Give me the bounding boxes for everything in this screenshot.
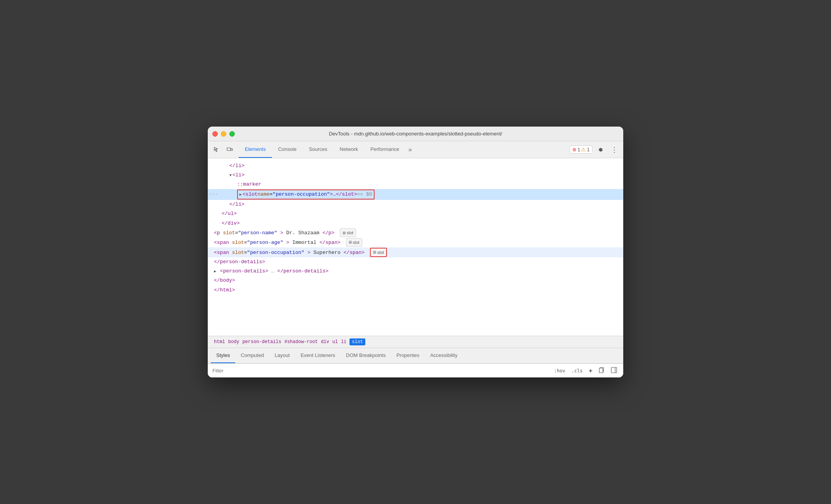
error-icon: ⊗ — [572, 147, 577, 152]
slot-badge-highlighted[interactable]: ⊞slot — [370, 248, 387, 257]
tab-sources[interactable]: Sources — [303, 141, 334, 158]
tab-styles[interactable]: Styles — [211, 348, 235, 363]
warning-icon: ⚠ — [581, 147, 586, 152]
filter-bar: :hov .cls + — [208, 364, 623, 377]
close-button[interactable] — [212, 131, 218, 137]
tab-console[interactable]: Console — [272, 141, 303, 158]
tab-event-listeners[interactable]: Event Listeners — [295, 348, 341, 363]
tab-network[interactable]: Network — [334, 141, 365, 158]
breadcrumb-div[interactable]: div — [321, 339, 329, 345]
highlighted-dom-line: <span slot="person-occupation" > Superhe… — [208, 247, 623, 258]
tab-elements[interactable]: Elements — [239, 141, 272, 158]
tab-dom-breakpoints[interactable]: DOM Breakpoints — [341, 348, 391, 363]
dom-line: ▶ <person-details> … </person-details> — [208, 267, 623, 276]
devtools-main: </li> ▼<li> ::marker ··· ▶ — [208, 158, 623, 377]
svg-rect-1 — [231, 149, 232, 151]
devtools-window: DevTools - mdn.github.io/web-components-… — [208, 127, 623, 377]
settings-button[interactable] — [595, 144, 606, 156]
dom-panel: </li> ▼<li> ::marker ··· ▶ — [208, 158, 623, 336]
window-title: DevTools - mdn.github.io/web-components-… — [329, 131, 502, 137]
tab-accessibility[interactable]: Accessibility — [425, 348, 463, 363]
dom-line: </div> — [208, 219, 623, 228]
hov-button[interactable]: :hov — [553, 367, 567, 374]
breadcrumb-body[interactable]: body — [228, 339, 239, 345]
breadcrumb-ul[interactable]: ul — [332, 339, 337, 345]
toolbar-icons — [211, 144, 236, 156]
dom-line: </body> — [208, 276, 623, 285]
breadcrumb-bar: html body person-details #shadow-root di… — [208, 336, 623, 348]
devtools-toolbar: Elements Console Sources Network Perform… — [208, 141, 623, 158]
filter-input[interactable] — [212, 368, 549, 374]
tab-performance[interactable]: Performance — [364, 141, 405, 158]
traffic-lights — [212, 131, 235, 137]
svg-rect-3 — [599, 368, 603, 373]
dom-line: </html> — [208, 286, 623, 295]
tab-properties[interactable]: Properties — [391, 348, 425, 363]
breadcrumb-person-details[interactable]: person-details — [243, 339, 282, 345]
bottom-tabs: Styles Computed Layout Event Listeners D… — [208, 348, 623, 364]
tab-computed[interactable]: Computed — [235, 348, 269, 363]
breadcrumb-li[interactable]: li — [341, 339, 346, 345]
dom-line: <span slot="person-age" > Immortal </spa… — [208, 238, 623, 247]
selected-dom-line[interactable]: ··· ▶ <slot name="person-occupation" >…<… — [208, 189, 623, 200]
breadcrumb-slot[interactable]: slot — [349, 338, 365, 345]
slot-badge[interactable]: ⊞slot — [346, 238, 362, 247]
toolbar-right: ⊗ 1 ⚠ 1 ⋮ — [570, 144, 620, 156]
device-toolbar-button[interactable] — [224, 144, 236, 156]
dom-line: <p slot="person-name" > Dr. Shazaam </p>… — [208, 228, 623, 238]
more-tabs-button[interactable]: » — [405, 141, 415, 158]
inspect-element-button[interactable] — [211, 144, 222, 156]
dom-line: ▼<li> — [208, 171, 623, 180]
add-style-button[interactable]: + — [587, 367, 594, 375]
breadcrumb-shadow-root[interactable]: #shadow-root — [284, 339, 317, 345]
copy-element-button[interactable] — [597, 366, 606, 375]
maximize-button[interactable] — [229, 131, 235, 137]
svg-rect-4 — [611, 367, 617, 373]
dom-line: </li> — [208, 161, 623, 171]
more-options-button[interactable]: ⋮ — [609, 144, 620, 156]
svg-rect-0 — [227, 148, 231, 151]
dom-line: </person-details> — [208, 257, 623, 267]
titlebar: DevTools - mdn.github.io/web-components-… — [208, 127, 623, 141]
tab-layout[interactable]: Layout — [269, 348, 295, 363]
dots-indicator: ··· — [209, 191, 218, 198]
minimize-button[interactable] — [221, 131, 226, 137]
slot-badge[interactable]: ⊞slot — [340, 228, 356, 237]
cls-button[interactable]: .cls — [570, 367, 584, 374]
dom-line: </li> — [208, 200, 623, 209]
breadcrumb-html[interactable]: html — [214, 339, 225, 345]
dom-line: </ul> — [208, 209, 623, 218]
selected-element-box: ▶ <slot name="person-occupation" >…</slo… — [237, 189, 375, 200]
filter-actions: :hov .cls + — [553, 366, 619, 375]
sidebar-button[interactable] — [609, 366, 619, 375]
dom-line: ::marker — [208, 180, 623, 189]
error-badge[interactable]: ⊗ 1 ⚠ 1 — [570, 145, 592, 154]
main-tabs: Elements Console Sources Network Perform… — [239, 141, 570, 158]
